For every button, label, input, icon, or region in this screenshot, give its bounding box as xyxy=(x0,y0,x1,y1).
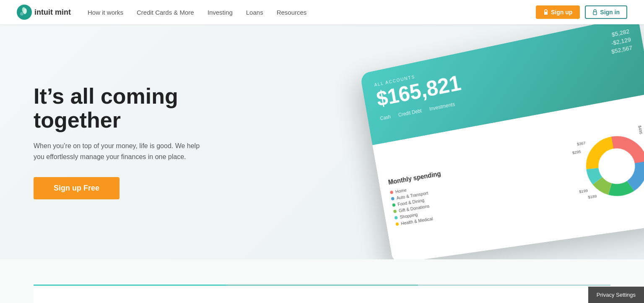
signup-button[interactable]: Sign up xyxy=(536,5,580,19)
accounts-amount: $165,821 xyxy=(375,37,631,110)
tablet-mockup: ALL ACCOUNTS $165,821 Cash Credit Debt I… xyxy=(360,24,644,259)
cat-investments: Investments xyxy=(429,101,455,112)
nav-links: How it works Credit Cards & More Investi… xyxy=(88,9,536,16)
feature-tools xyxy=(418,285,610,303)
legend-dot-auto xyxy=(391,197,395,201)
hero-image: ALL ACCOUNTS $165,821 Cash Credit Debt I… xyxy=(342,33,644,259)
feature-home: $ xyxy=(226,285,418,303)
hero-section: It’s all coming together When you’re on … xyxy=(0,24,644,259)
feature-budget xyxy=(34,285,226,303)
privacy-label: Privacy Settings xyxy=(597,292,636,298)
nav-actions: Sign up Sign in xyxy=(536,5,627,19)
svg-rect-5 xyxy=(593,12,597,15)
nav-investing[interactable]: Investing xyxy=(208,9,233,16)
signin-button[interactable]: Sign in xyxy=(585,5,627,19)
signin-label: Sign in xyxy=(600,9,620,16)
features-grid: $ xyxy=(34,285,610,303)
svg-point-3 xyxy=(20,12,23,16)
legend-dot-shopping xyxy=(394,216,398,219)
hero-title: It’s all coming together xyxy=(34,84,201,132)
donut-svg xyxy=(576,126,644,206)
cat-credit: Credit Debt xyxy=(398,108,422,118)
signup-label: Sign up xyxy=(551,9,572,16)
legend-dot-food xyxy=(392,203,396,207)
accounts-breakdown: $5,282 -$2,129 $52,567 xyxy=(608,28,633,57)
hero-subtitle: When you’re on top of your money, life i… xyxy=(34,141,201,162)
legend-dot-health xyxy=(395,222,399,226)
logo[interactable]: intuit mint xyxy=(17,5,71,20)
hero-cta-button[interactable]: Sign up Free xyxy=(34,177,119,199)
lock-icon xyxy=(543,9,548,15)
nav-resources[interactable]: Resources xyxy=(277,9,307,16)
legend-dot-gifts xyxy=(393,209,397,213)
navbar: intuit mint How it works Credit Cards & … xyxy=(0,0,644,24)
nav-loans[interactable]: Loans xyxy=(246,9,263,16)
brand-name: intuit mint xyxy=(34,8,71,17)
legend-dot-home xyxy=(390,191,394,194)
mint-logo-icon xyxy=(17,5,32,20)
svg-rect-4 xyxy=(544,12,548,15)
features-section: $ xyxy=(0,259,644,303)
cat-cash: Cash xyxy=(380,114,392,121)
lock-icon-2 xyxy=(592,9,597,15)
nav-how-it-works[interactable]: How it works xyxy=(88,9,123,16)
hero-content: It’s all coming together When you’re on … xyxy=(0,59,235,225)
privacy-settings-banner[interactable]: Privacy Settings xyxy=(588,287,644,303)
nav-credit-cards[interactable]: Credit Cards & More xyxy=(137,9,194,16)
donut-chart: $495 $367 $295 $199 $189 $1,210 xyxy=(576,126,644,206)
